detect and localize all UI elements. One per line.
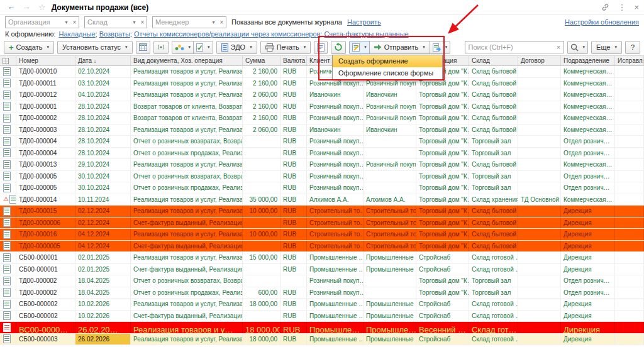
row-icon-cell[interactable] (0, 206, 16, 217)
cell-cur[interactable] (280, 275, 307, 287)
cell-cur[interactable]: RUB (280, 124, 307, 136)
cell-sum[interactable] (243, 182, 280, 194)
favorite-star-icon[interactable]: ☆ (38, 3, 46, 12)
close-icon[interactable]: × (634, 3, 639, 11)
cell-dep[interactable]: Отдел рознич… (561, 148, 615, 159)
cell-sum[interactable]: 600,00 (243, 287, 280, 299)
cell-contr[interactable] (364, 136, 416, 147)
cell-contr[interactable]: Строительный то… (364, 229, 416, 240)
combo-dropdown-icon[interactable]: ▾ (62, 17, 70, 28)
row-icon-cell[interactable] (0, 322, 16, 333)
cell-dog[interactable] (518, 206, 561, 217)
cell-fix[interactable] (615, 136, 644, 147)
registration-link[interactable]: Возвраты (99, 30, 130, 38)
cell-num[interactable]: ТД00-000005 (16, 182, 75, 194)
cell-dep[interactable]: Отдел рознич… (561, 136, 615, 147)
cell-cur[interactable]: RUB (280, 264, 307, 275)
cell-dog[interactable] (518, 299, 561, 310)
cell-org[interactable]: Торговый дом "К… (416, 275, 469, 287)
column-header[interactable]: Валюта (280, 56, 307, 65)
table-row[interactable]: ТД00-00000128.10.2024Возврат товаров от … (0, 101, 644, 113)
cell-org[interactable]: Торговый дом "К… (416, 148, 469, 159)
cell-wh[interactable]: Склад бытовой … (469, 241, 518, 252)
cell-client[interactable]: Розничный покуп… (307, 182, 364, 194)
cell-fix[interactable] (615, 299, 644, 310)
row-icon-cell[interactable] (0, 229, 16, 240)
cell-client[interactable]: Розничный покуп… (307, 136, 364, 147)
cell-sum[interactable]: 18 000,00 (243, 322, 280, 333)
cell-date[interactable]: 18.04.2025 (75, 275, 131, 287)
back-button[interactable]: ← (5, 2, 18, 13)
cell-dep[interactable]: Дирекция (561, 299, 615, 310)
cell-dep[interactable]: Коммерческая… (561, 194, 615, 206)
combo-dropdown-icon[interactable]: ▾ (209, 17, 218, 28)
cell-num[interactable]: СБ00-000003 (16, 334, 75, 345)
cell-num[interactable]: СБ00-000001 (16, 252, 75, 263)
cell-wh[interactable]: Склад бытовой … (469, 89, 518, 101)
cell-date[interactable]: 02.12.2024 (75, 218, 131, 229)
cell-dog[interactable] (518, 136, 561, 147)
cell-cur[interactable]: RUB (280, 136, 307, 147)
warehouse-filter[interactable]: ▾ × (84, 16, 147, 28)
table-row[interactable]: ТД00-000000504.12.2024Счет-фактура выдан… (0, 241, 644, 253)
cell-wh[interactable]: Торговый зал (469, 171, 518, 182)
row-icon-cell[interactable] (0, 299, 16, 310)
cell-doc[interactable]: Реализация товаров и услуг, Реализа… (131, 159, 243, 170)
cell-num[interactable]: ТД00-000010 (16, 66, 75, 77)
row-icon-cell[interactable]: ⚠ (0, 194, 16, 206)
combo-clear-icon[interactable]: × (70, 17, 79, 28)
cell-org[interactable]: Торговый дом "К… (416, 182, 469, 194)
cell-wh[interactable]: Склад готовой … (469, 264, 518, 275)
cell-fix[interactable] (615, 275, 644, 287)
search-input[interactable] (465, 43, 554, 51)
column-header[interactable]: Сумма (243, 56, 280, 65)
cell-cur[interactable]: RUB (280, 101, 307, 113)
cell-date[interactable]: 02.01.2025 (75, 252, 131, 263)
cell-doc[interactable]: Отчет о розничных возвратах, Возвра… (131, 171, 243, 182)
cell-wh[interactable]: Склад бытовой … (469, 218, 518, 229)
cell-dep[interactable]: Коммерческая… (561, 124, 615, 136)
cell-fix[interactable] (615, 252, 644, 263)
cell-dog[interactable] (518, 241, 561, 252)
report-button[interactable] (314, 41, 328, 54)
cell-num[interactable]: ТД00-000004 (16, 136, 75, 147)
column-header[interactable]: Номер (16, 56, 75, 65)
table-row[interactable]: СБ00-00000210.02.2026Счет-фактура выданн… (0, 311, 644, 322)
table-row[interactable]: СБ00-00000102.01.2025Счет-фактура выданн… (0, 264, 644, 276)
cell-sum[interactable] (243, 275, 280, 287)
cell-cur[interactable]: RUB (280, 113, 307, 124)
cell-dep[interactable]: Дирекция (561, 264, 615, 275)
cell-num[interactable]: ВС00-0000… (16, 322, 75, 333)
cell-client[interactable]: Розничный покуп… (307, 159, 364, 170)
cell-dep[interactable]: Коммерческая… (561, 66, 615, 77)
cell-cur[interactable]: RUB (280, 334, 307, 345)
cell-dog[interactable] (518, 229, 561, 240)
cell-dep[interactable]: Дирекция (561, 311, 615, 322)
cell-num[interactable]: ТД00-000014 (16, 194, 75, 206)
cell-wh[interactable]: Торговый зал (469, 287, 518, 299)
row-icon-cell[interactable] (0, 66, 16, 77)
cell-doc[interactable]: Отчет о розничных продажах, Реализ… (131, 148, 243, 159)
cell-doc[interactable]: Реализация товаров и у… (131, 322, 243, 333)
table-row[interactable]: ⚠ТД00-00001410.11.2024Реализация товаров… (0, 194, 644, 206)
cell-fix[interactable] (615, 124, 644, 136)
cell-org[interactable]: Торговый дом "К… (416, 124, 469, 136)
document-state-dropdown-button[interactable] (193, 41, 213, 54)
cell-num[interactable]: СБ00-000002 (16, 311, 75, 322)
cell-client[interactable]: Строительный то… (307, 229, 364, 240)
cell-dog[interactable] (518, 171, 561, 182)
cell-cur[interactable]: RUB (280, 182, 307, 194)
cell-cur[interactable]: RUB (280, 194, 307, 206)
cell-num[interactable]: ТД00-000012 (16, 89, 75, 101)
row-icon-cell[interactable] (0, 218, 16, 229)
cell-sum[interactable] (243, 148, 280, 159)
cell-cur[interactable]: RUB (280, 171, 307, 182)
cell-cur[interactable]: RUB (280, 241, 307, 252)
cell-doc[interactable]: Реализация товаров и услуг, Реализа… (131, 194, 243, 206)
cell-doc[interactable]: Реализация товаров и услуг, Реализа… (131, 66, 243, 77)
organization-filter-input[interactable] (6, 18, 62, 26)
cell-cur[interactable]: RUB (280, 287, 307, 299)
cell-doc[interactable]: Отчет о розничных возвратах, Возвра… (131, 136, 243, 147)
cell-org[interactable]: Весенний … (416, 322, 469, 333)
cell-dep[interactable]: Отдел рознич… (561, 287, 615, 299)
